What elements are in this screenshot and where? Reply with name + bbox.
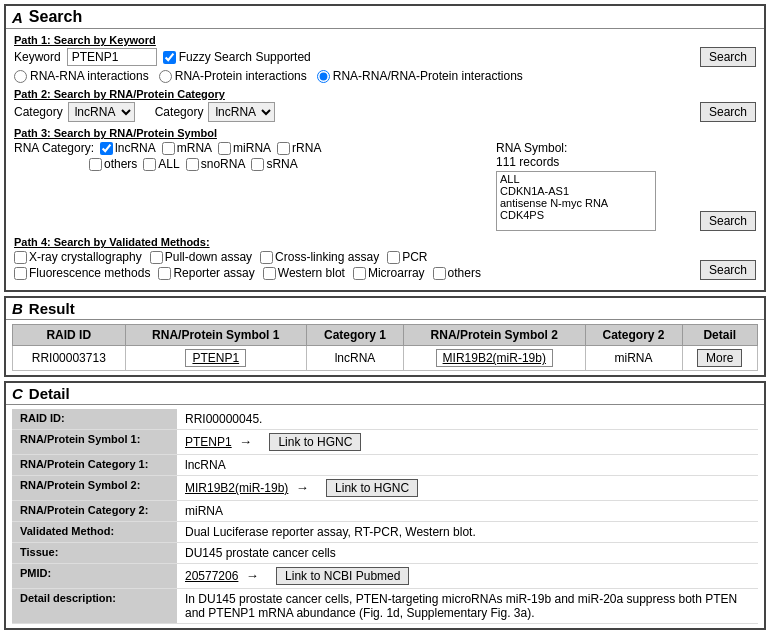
hgnc-btn-symbol1[interactable]: Link to HGNC xyxy=(269,433,361,451)
category1-label: Category xyxy=(14,105,63,119)
cb-mirna[interactable]: miRNA xyxy=(218,141,271,155)
fuzzy-search-label: Fuzzy Search Supported xyxy=(163,50,311,64)
detail-row-raid-id: RAID ID: RRI00000045. xyxy=(12,409,758,430)
path1-label: Path 1: Search by Keyword xyxy=(14,34,756,46)
detail-value-desc: In DU145 prostate cancer cells, PTEN-tar… xyxy=(177,589,758,624)
detail-row-category1: RNA/Protein Category 1: lncRNA xyxy=(12,455,758,476)
detail-label-method: Validated Method: xyxy=(12,522,177,543)
cell-raid-id: RRI00003713 xyxy=(13,346,126,371)
section-c-header: C Detail xyxy=(6,383,764,404)
symbol2-link[interactable]: MIR19B2(miR-19b) xyxy=(185,481,288,495)
cb-all[interactable]: ALL xyxy=(143,157,179,171)
cb-others[interactable]: others xyxy=(89,157,137,171)
detail-row-symbol2: RNA/Protein Symbol 2: MIR19B2(miR-19b) →… xyxy=(12,476,758,501)
detail-value-cat1: lncRNA xyxy=(177,455,758,476)
cb-reporter[interactable]: Reporter assay xyxy=(158,266,254,280)
cb-lncrna[interactable]: lncRNA xyxy=(100,141,156,155)
radio-both[interactable]: RNA-RNA/RNA-Protein interactions xyxy=(317,69,523,83)
col-category1: Category 1 xyxy=(307,325,404,346)
section-b-title: Result xyxy=(29,300,75,317)
detail-label-pmid: PMID: xyxy=(12,564,177,589)
cell-symbol1: PTENP1 xyxy=(125,346,306,371)
search-btn-path3[interactable]: Search xyxy=(700,211,756,231)
radio-rna-rna[interactable]: RNA-RNA interactions xyxy=(14,69,149,83)
fuzzy-checkbox[interactable] xyxy=(163,51,176,64)
cell-symbol2: MIR19B2(miR-19b) xyxy=(404,346,585,371)
detail-row-category2: RNA/Protein Category 2: miRNA xyxy=(12,501,758,522)
detail-row-pmid: PMID: 20577206 → Link to NCBI Pubmed xyxy=(12,564,758,589)
detail-value-raid: RRI00000045. xyxy=(177,409,758,430)
col-symbol1: RNA/Protein Symbol 1 xyxy=(125,325,306,346)
path3-label: Path 3: Search by RNA/Protein Symbol xyxy=(14,127,756,139)
path2-label: Path 2: Search by RNA/Protein Category xyxy=(14,88,756,100)
keyword-input[interactable] xyxy=(67,48,157,66)
detail-value-cat2: miRNA xyxy=(177,501,758,522)
section-a-header: A Search xyxy=(6,6,764,28)
detail-value-symbol2: MIR19B2(miR-19b) → Link to HGNC xyxy=(177,476,758,501)
hgnc-btn-symbol2[interactable]: Link to HGNC xyxy=(326,479,418,497)
result-table: RAID ID RNA/Protein Symbol 1 Category 1 … xyxy=(12,324,758,371)
ncbi-pubmed-btn[interactable]: Link to NCBI Pubmed xyxy=(276,567,409,585)
category1-select[interactable]: lncRNA miRNA mRNA xyxy=(68,102,135,122)
detail-value-method: Dual Luciferase reporter assay, RT-PCR, … xyxy=(177,522,758,543)
detail-table: RAID ID: RRI00000045. RNA/Protein Symbol… xyxy=(12,409,758,624)
cb-xray[interactable]: X-ray crystallography xyxy=(14,250,142,264)
cb-rrna[interactable]: rRNA xyxy=(277,141,321,155)
section-a-label: A xyxy=(12,9,23,26)
cb-pcr[interactable]: PCR xyxy=(387,250,427,264)
symbol1-link[interactable]: PTENP1 xyxy=(185,435,232,449)
rna-listbox[interactable]: ALL CDKN1A-AS1 antisense N-myc RNA CDK4P… xyxy=(496,171,656,231)
col-detail: Detail xyxy=(682,325,758,346)
keyword-label: Keyword xyxy=(14,50,61,64)
category2-label: Category xyxy=(155,105,204,119)
cb-crosslink[interactable]: Cross-linking assay xyxy=(260,250,379,264)
detail-row-method: Validated Method: Dual Luciferase report… xyxy=(12,522,758,543)
category2-select[interactable]: lncRNA miRNA mRNA xyxy=(208,102,275,122)
search-btn-path2[interactable]: Search xyxy=(700,102,756,122)
detail-value-pmid: 20577206 → Link to NCBI Pubmed xyxy=(177,564,758,589)
cb-pulldown[interactable]: Pull-down assay xyxy=(150,250,252,264)
rna-category-label: RNA Category: xyxy=(14,141,94,155)
symbol2-value[interactable]: MIR19B2(miR-19b) xyxy=(436,349,553,367)
arrow-symbol2: → xyxy=(296,480,309,495)
records-count: 111 records xyxy=(496,155,559,169)
detail-row-description: Detail description: In DU145 prostate ca… xyxy=(12,589,758,624)
arrow-symbol1: → xyxy=(239,434,252,449)
section-c-label: C xyxy=(12,385,23,402)
detail-value-symbol1: PTENP1 → Link to HGNC xyxy=(177,430,758,455)
cb-snorna[interactable]: snoRNA xyxy=(186,157,246,171)
cb-srna[interactable]: sRNA xyxy=(251,157,297,171)
detail-value-tissue: DU145 prostate cancer cells xyxy=(177,543,758,564)
search-btn-path1[interactable]: Search xyxy=(700,47,756,67)
cb-microarray[interactable]: Microarray xyxy=(353,266,425,280)
rna-symbol-records-label: RNA Symbol: xyxy=(496,141,567,155)
section-a-title: Search xyxy=(29,8,82,26)
table-row: RRI00003713 PTENP1 lncRNA MIR19B2(miR-19… xyxy=(13,346,758,371)
listbox-item-all[interactable]: ALL xyxy=(498,173,654,185)
radio-rna-protein[interactable]: RNA-Protein interactions xyxy=(159,69,307,83)
more-button[interactable]: More xyxy=(697,349,742,367)
listbox-item-nmyc[interactable]: antisense N-myc RNA xyxy=(498,197,654,209)
listbox-item-cdkn1a[interactable]: CDKN1A-AS1 xyxy=(498,185,654,197)
detail-label-raid: RAID ID: xyxy=(12,409,177,430)
cb-others4[interactable]: others xyxy=(433,266,481,280)
col-symbol2: RNA/Protein Symbol 2 xyxy=(404,325,585,346)
detail-label-symbol2: RNA/Protein Symbol 2: xyxy=(12,476,177,501)
col-category2: Category 2 xyxy=(585,325,682,346)
section-c-title: Detail xyxy=(29,385,70,402)
cell-category2: miRNA xyxy=(585,346,682,371)
pmid-link[interactable]: 20577206 xyxy=(185,569,238,583)
detail-label-symbol1: RNA/Protein Symbol 1: xyxy=(12,430,177,455)
path3-container: Path 3: Search by RNA/Protein Symbol RNA… xyxy=(14,127,756,231)
path1-container: Path 1: Search by Keyword Keyword Fuzzy … xyxy=(14,34,756,83)
symbol1-value[interactable]: PTENP1 xyxy=(185,349,246,367)
listbox-item-cdk4ps[interactable]: CDK4PS xyxy=(498,209,654,221)
cell-detail: More xyxy=(682,346,758,371)
detail-row-symbol1: RNA/Protein Symbol 1: PTENP1 → Link to H… xyxy=(12,430,758,455)
cb-fluorescence[interactable]: Fluorescence methods xyxy=(14,266,150,280)
search-btn-path4[interactable]: Search xyxy=(700,260,756,280)
detail-label-tissue: Tissue: xyxy=(12,543,177,564)
col-raid-id: RAID ID xyxy=(13,325,126,346)
cb-western[interactable]: Western blot xyxy=(263,266,345,280)
cb-mrna[interactable]: mRNA xyxy=(162,141,212,155)
